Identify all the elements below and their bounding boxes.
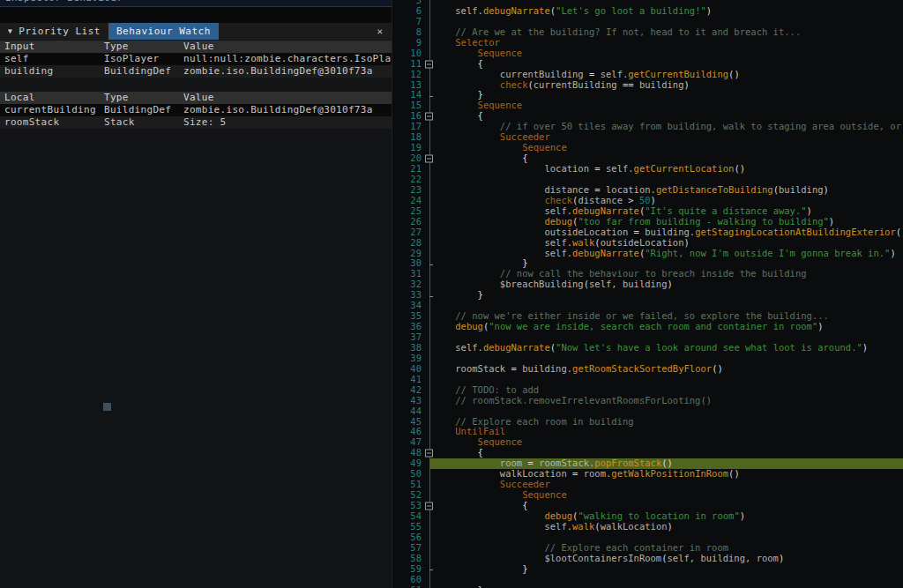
fold-collapse-icon[interactable]	[425, 60, 433, 68]
cell: zombie.iso.BuildingDef@3010f73a	[179, 104, 392, 116]
code-line[interactable]: 45 // Explore each room in building	[393, 417, 903, 428]
code-text: Selector	[433, 38, 903, 48]
code-line[interactable]: 11 {	[393, 59, 903, 70]
code-line[interactable]: 5	[393, 0, 903, 6]
filter-triangle-icon: ▼	[8, 27, 12, 35]
code-text: self.debugNarrate("Let's go loot a build…	[433, 6, 903, 17]
code-line[interactable]: 10 Sequence	[393, 48, 903, 59]
code-line[interactable]: 24 check(distance > 50)	[393, 196, 903, 206]
code-line[interactable]: 29 self.debugNarrate("Right, now I'm out…	[393, 249, 903, 259]
code-line[interactable]: 48 {	[393, 448, 903, 458]
code-line[interactable]: 53 {	[393, 501, 903, 511]
code-line[interactable]: 14 }	[393, 90, 903, 100]
code-line[interactable]: 32 $breachBuilding(self, building)	[393, 279, 903, 290]
fold-collapse-icon[interactable]	[425, 155, 433, 163]
input-watch-table: InputTypeValueselfIsoPlayernull:null:zom…	[0, 41, 392, 78]
code-line[interactable]: 15 Sequence	[393, 100, 903, 111]
code-line[interactable]: 57 // Explore each container in room	[393, 543, 903, 554]
code-text: }	[433, 585, 903, 588]
code-line[interactable]: 25 self.debugNarrate("It's quite a dista…	[393, 206, 903, 217]
code-line[interactable]: 20 {	[393, 153, 903, 164]
code-line[interactable]: 30 }	[393, 258, 903, 269]
code-editor[interactable]: 56 self.debugNarrate("Let's go loot a bu…	[393, 0, 903, 588]
code-line[interactable]: 21 location = self.getCurrentLocation()	[393, 164, 903, 175]
code-text: debug("too far from building - walking t…	[433, 217, 903, 227]
code-line[interactable]: 52 Sequence	[393, 490, 903, 501]
close-icon[interactable]: ✕	[369, 23, 392, 40]
code-line[interactable]: 18 Succeeder	[393, 132, 903, 143]
code-line[interactable]: 46 UntilFail	[393, 427, 903, 437]
tab-priority-list[interactable]: ▼ Priority List	[0, 23, 108, 40]
fold-collapse-icon[interactable]	[425, 450, 433, 458]
code-text: // roomStack.removeIrrelevantRoomsForLoo…	[433, 396, 903, 406]
code-line[interactable]: 37	[393, 332, 903, 343]
line-number: 40	[393, 364, 422, 375]
code-line[interactable]: 38 self.debugNarrate("Now let's have a l…	[393, 343, 903, 354]
code-line-current[interactable]: 49 room = roomStack.popFromStack()	[393, 458, 903, 469]
fold-column	[422, 27, 433, 38]
code-text: }	[433, 258, 903, 269]
code-line[interactable]: 41	[393, 375, 903, 385]
code-text: // TODO: to add	[433, 385, 903, 396]
code-text: check(distance > 50)	[433, 196, 903, 206]
fold-collapse-icon[interactable]	[425, 502, 433, 510]
code-text: currentBuilding = self.getCurrentBuildin…	[433, 70, 903, 80]
code-line[interactable]: 13 check(currentBuilding == building)	[393, 80, 903, 91]
code-line[interactable]: 35 // now we're either inside or we fail…	[393, 311, 903, 322]
code-line[interactable]: 42 // TODO: to add	[393, 385, 903, 396]
code-line[interactable]: 22	[393, 175, 903, 185]
code-line[interactable]: 16 {	[393, 111, 903, 122]
code-text	[433, 301, 903, 311]
code-line[interactable]: 40 roomStack = building.getRoomStackSort…	[393, 364, 903, 375]
code-line[interactable]: 36 debug("now we are inside, search each…	[393, 322, 903, 332]
code-line[interactable]: 6 self.debugNarrate("Let's go loot a bui…	[393, 6, 903, 17]
fold-column	[422, 111, 433, 122]
code-text: // Explore each container in room	[433, 543, 903, 554]
fold-column	[422, 575, 433, 585]
code-line[interactable]: 59 }	[393, 564, 903, 575]
code-line[interactable]: 56	[393, 532, 903, 543]
code-line[interactable]: 17 // if over 50 tiles away from buildin…	[393, 122, 903, 132]
code-text: debug("now we are inside, search each ro…	[433, 322, 903, 332]
code-line[interactable]: 12 currentBuilding = self.getCurrentBuil…	[393, 70, 903, 80]
code-line[interactable]: 58 $lootContainersInRoom(self, building,…	[393, 554, 903, 564]
input-watch-row[interactable]: selfIsoPlayernull:null:zombie.characters…	[0, 53, 392, 65]
code-line[interactable]: 44	[393, 406, 903, 417]
code-line[interactable]: 54 debug("walking to location in room")	[393, 511, 903, 522]
code-line[interactable]: 8 // Are we at the building? If not, hea…	[393, 27, 903, 38]
fold-collapse-icon[interactable]	[425, 113, 433, 121]
tab-behaviour-watch[interactable]: Behaviour Watch	[108, 23, 219, 40]
code-line[interactable]: 7	[393, 17, 903, 27]
code-line[interactable]: 51 Succeeder	[393, 480, 903, 490]
code-line[interactable]: 47 Sequence	[393, 437, 903, 448]
code-line[interactable]: 33 }	[393, 290, 903, 301]
code-line[interactable]: 23 distance = location.getDistanceToBuil…	[393, 185, 903, 196]
input-watch-row[interactable]: buildingBuildingDefzombie.iso.BuildingDe…	[0, 65, 392, 78]
code-line[interactable]: 27 outsideLocation = building.getStaging…	[393, 227, 903, 238]
fold-column	[422, 100, 433, 111]
code-text: Sequence	[433, 490, 903, 501]
fold-column	[422, 153, 433, 164]
local-watch-row[interactable]: currentBuildingBuildingDefzombie.iso.Bui…	[0, 104, 392, 116]
code-line[interactable]: 60	[393, 575, 903, 585]
code-line[interactable]: 50 walkLocation = room.getWalkPositionIn…	[393, 469, 903, 480]
column-header: Input	[0, 41, 100, 53]
code-line[interactable]: 34	[393, 301, 903, 311]
fold-column	[422, 217, 433, 227]
code-line[interactable]: 43 // roomStack.removeIrrelevantRoomsFor…	[393, 396, 903, 406]
code-line[interactable]: 9 Selector	[393, 38, 903, 48]
code-line[interactable]: 31 // now call the behaviour to breach i…	[393, 269, 903, 279]
line-number: 26	[393, 217, 422, 227]
cell: Size: 5	[179, 116, 392, 129]
code-line[interactable]: 55 self.walk(walkLocation)	[393, 522, 903, 532]
code-line[interactable]: 26 debug("too far from building - walkin…	[393, 217, 903, 227]
local-watch-row[interactable]: roomStackStackSize: 5	[0, 116, 392, 129]
code-line[interactable]: 61 }	[393, 585, 903, 588]
line-number: 44	[393, 406, 422, 417]
code-line[interactable]: 39	[393, 354, 903, 364]
code-line[interactable]: 28 self.walk(outsideLocation)	[393, 238, 903, 249]
input-watch-header: InputTypeValue	[0, 41, 392, 53]
code-line[interactable]: 19 Sequence	[393, 143, 903, 153]
cell: IsoPlayer	[100, 53, 179, 65]
code-text: self.debugNarrate("Now let's have a look…	[433, 343, 903, 354]
